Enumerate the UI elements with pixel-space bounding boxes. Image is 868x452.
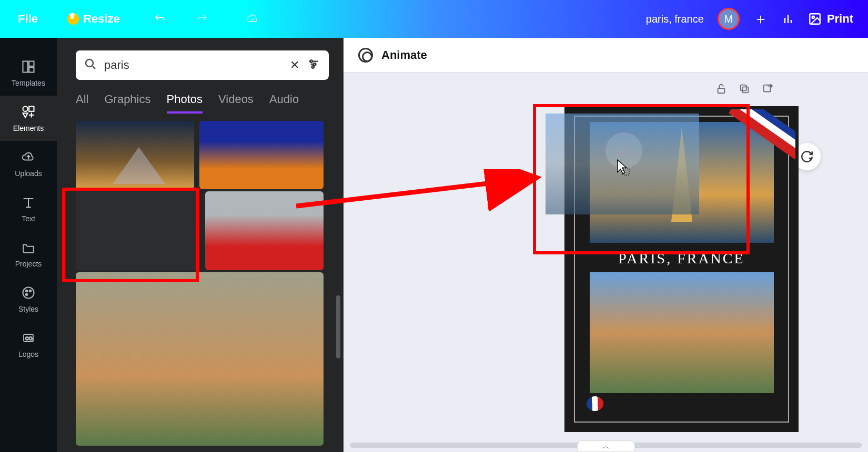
share-page-icon[interactable] (762, 83, 773, 97)
logos-icon: CO. (21, 330, 36, 346)
svg-rect-4 (29, 67, 34, 72)
insights-icon[interactable] (782, 13, 794, 25)
svg-rect-18 (742, 87, 748, 93)
rail-projects-label: Projects (15, 260, 42, 268)
tab-videos[interactable]: Videos (218, 93, 254, 114)
svg-point-5 (23, 107, 28, 111)
document-name[interactable]: paris, france (646, 13, 704, 25)
rail-styles[interactable]: Styles (0, 276, 57, 322)
header-right: paris, france M ＋ Print (646, 8, 853, 30)
rail-text[interactable]: Text (0, 186, 57, 231)
rail-styles-label: Styles (18, 305, 38, 313)
rail-logos-label: Logos (18, 350, 38, 358)
redo-icon[interactable] (196, 13, 208, 25)
file-menu-button[interactable]: File (18, 12, 38, 26)
styles-icon (21, 285, 36, 301)
context-toolbar: Animate (344, 38, 868, 73)
animate-button[interactable]: Animate (381, 48, 427, 62)
svg-point-13 (86, 59, 93, 67)
rail-projects[interactable]: Projects (0, 231, 57, 276)
photo-result-arc[interactable] (199, 121, 324, 189)
svg-rect-6 (29, 107, 34, 111)
tab-all[interactable]: All (76, 93, 88, 114)
svg-point-15 (314, 63, 316, 65)
crown-icon (67, 13, 79, 25)
filter-icon[interactable] (307, 57, 320, 73)
category-tabs: All Graphics Photos Videos Audio (76, 93, 329, 114)
photo-result-empty-dragged[interactable] (76, 191, 200, 270)
search-box[interactable]: ✕ (76, 50, 329, 80)
tab-photos[interactable]: Photos (167, 93, 203, 114)
rail-uploads[interactable]: Uploads (0, 141, 57, 186)
photo-result-moulin-rouge[interactable] (205, 191, 324, 270)
svg-rect-2 (23, 61, 28, 73)
photo-result-seine[interactable] (76, 272, 324, 446)
rail-logos[interactable]: CO. Logos (0, 322, 57, 367)
poster-title[interactable]: PARIS, FRANCE (618, 250, 744, 267)
add-collaborator-icon[interactable]: ＋ (753, 9, 768, 29)
canvas-area: Animate LYON 75.05.2017 PARIS, FRANCE (344, 38, 868, 452)
image-icon (808, 12, 822, 26)
svg-rect-19 (741, 85, 746, 91)
lock-icon[interactable] (715, 83, 727, 97)
header-left: File Resize (18, 12, 259, 26)
print-button[interactable]: Print (808, 12, 853, 26)
svg-rect-3 (29, 61, 34, 66)
projects-icon (21, 240, 36, 255)
main: Templates Elements Uploads Text Projects… (0, 38, 868, 452)
search-input[interactable] (104, 58, 282, 72)
rail-text-label: Text (22, 214, 35, 223)
svg-point-7 (23, 287, 34, 299)
elements-panel: ✕ All Graphics Photos Videos Audio (57, 38, 344, 452)
tab-audio[interactable]: Audio (269, 93, 299, 114)
rail-templates-label: Templates (12, 79, 45, 87)
print-label: Print (827, 12, 853, 26)
dragged-photo-ghost (546, 114, 699, 214)
templates-icon (21, 59, 36, 75)
svg-point-1 (812, 16, 814, 18)
clear-search-icon[interactable]: ✕ (290, 58, 299, 72)
elements-icon (21, 104, 36, 120)
undo-icon[interactable] (154, 13, 166, 25)
rail-elements[interactable]: Elements (0, 96, 57, 141)
svg-point-9 (29, 290, 32, 292)
avatar[interactable]: M (718, 8, 740, 30)
page-actions (715, 83, 773, 97)
ribbon-decoration (727, 109, 795, 162)
resize-button[interactable]: Resize (67, 12, 120, 26)
rail-elements-label: Elements (13, 124, 44, 132)
rail-templates[interactable]: Templates (0, 50, 57, 96)
photo-grid (76, 121, 329, 452)
chevron-up-icon: ︿ (602, 441, 610, 452)
panel-scroll-thumb[interactable] (336, 295, 340, 358)
svg-text:CO.: CO. (25, 336, 34, 341)
top-header: File Resize paris, france M ＋ Print (0, 0, 868, 38)
refresh-icon (800, 150, 814, 163)
animate-icon (358, 48, 373, 63)
search-icon (84, 58, 97, 73)
svg-point-10 (26, 294, 28, 296)
poster-bottom-image[interactable] (590, 272, 774, 393)
svg-point-8 (26, 290, 28, 292)
uploads-icon (21, 149, 36, 165)
svg-point-14 (310, 60, 312, 62)
resize-label: Resize (83, 12, 120, 26)
duplicate-page-icon[interactable] (739, 83, 750, 97)
page-navigator-handle[interactable]: ︿ (577, 440, 635, 452)
photo-result-louvre[interactable] (76, 121, 194, 189)
cloud-sync-icon[interactable] (246, 13, 259, 25)
rail-uploads-label: Uploads (15, 169, 42, 178)
svg-point-16 (312, 66, 314, 68)
svg-rect-17 (718, 88, 725, 93)
tab-graphics[interactable]: Graphics (104, 93, 150, 114)
sidebar-rail: Templates Elements Uploads Text Projects… (0, 38, 57, 452)
panel-scrollbar[interactable] (336, 159, 340, 369)
heart-flag-icon (586, 396, 603, 412)
text-icon (21, 194, 36, 210)
